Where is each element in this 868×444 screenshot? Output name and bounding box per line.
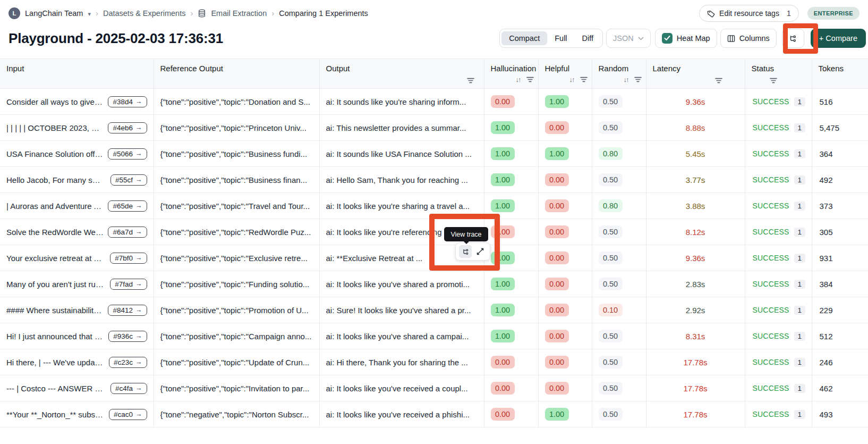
latency-cell[interactable]: 9.36s (646, 245, 745, 271)
status-cell[interactable]: SUCCESS1 (745, 89, 812, 115)
sort-icon[interactable]: ↓↑ (624, 76, 628, 83)
latency-cell[interactable]: 8.88s (646, 115, 745, 141)
view-mode-diff[interactable]: Diff (575, 31, 601, 45)
example-chip[interactable]: #4eb6→ (108, 122, 147, 133)
status-cell[interactable]: SUCCESS1 (745, 219, 812, 245)
helpful-cell[interactable]: 0.00 (538, 375, 592, 401)
filter-icon[interactable] (580, 77, 588, 82)
status-cell[interactable]: SUCCESS1 (745, 245, 812, 271)
breadcrumb-datasets[interactable]: Datasets & Experiments (103, 9, 186, 18)
hallucination-cell[interactable]: 0.00 (484, 349, 538, 375)
status-cell[interactable]: SUCCESS1 (745, 401, 812, 428)
reference-output-cell[interactable]: {"tone":"positive","topic":"Campaign ann… (154, 323, 319, 349)
helpful-cell[interactable]: 0.00 (538, 167, 592, 193)
helpful-cell[interactable]: 1.00 (538, 401, 592, 428)
helpful-cell[interactable]: 0.00 (538, 245, 592, 271)
hallucination-cell[interactable]: 0.00 (484, 89, 538, 115)
latency-cell[interactable]: 3.77s (646, 167, 745, 193)
input-cell[interactable]: #### Where sustainability ...#8412→ (0, 297, 154, 323)
random-cell[interactable]: 0.50 (592, 245, 646, 271)
edit-resource-tags-button[interactable]: Edit resource tags 1 (699, 5, 799, 22)
reference-output-cell[interactable]: {"tone":"positive","topic":"Princeton Un… (154, 115, 319, 141)
table-row[interactable]: Hello Jacob, For many small...#55cf→{"to… (0, 167, 868, 193)
latency-cell[interactable]: 8.31s (646, 323, 745, 349)
breadcrumb-org[interactable]: LangChain Team (25, 9, 83, 18)
table-row[interactable]: Many of you aren't just runn...#7fad→{"t… (0, 271, 868, 297)
reference-output-cell[interactable]: {"tone":"positive","topic":"Promotion of… (154, 297, 319, 323)
hallucination-cell[interactable]: 0.00 (484, 219, 538, 245)
example-chip[interactable]: #65de→ (108, 200, 147, 212)
hallucination-cell[interactable]: 1.00 (484, 141, 538, 167)
input-cell[interactable]: | Auroras and Adventure A...#65de→ (0, 193, 154, 219)
table-row[interactable]: Hi! I just announced that I w...#936c→{"… (0, 323, 868, 349)
example-chip[interactable]: #5066→ (108, 148, 147, 160)
table-row[interactable]: USA Finance Solution offer...#5066→{"ton… (0, 141, 868, 167)
input-cell[interactable]: Hello Jacob, For many small...#55cf→ (0, 167, 154, 193)
table-row[interactable]: #### Where sustainability ...#8412→{"ton… (0, 297, 868, 323)
checkbox-checked-icon[interactable] (662, 33, 673, 44)
columns-button[interactable]: Columns (720, 29, 777, 48)
example-chip[interactable]: #8412→ (108, 305, 147, 316)
helpful-cell[interactable]: 1.00 (538, 141, 592, 167)
example-chip[interactable]: #38d4→ (108, 96, 147, 107)
latency-cell[interactable]: 9.36s (646, 89, 745, 115)
input-cell[interactable]: Your exclusive retreat at Th...#7bf0→ (0, 245, 154, 271)
status-cell[interactable]: SUCCESS1 (745, 271, 812, 297)
random-cell[interactable]: 0.50 (592, 401, 646, 428)
reference-output-cell[interactable]: {"tone":"positive","topic":"Donation and… (154, 89, 319, 115)
breadcrumb-dataset[interactable]: Email Extraction (211, 9, 267, 18)
output-cell[interactable]: ai: Sure! It looks like you've shared a … (319, 297, 484, 323)
latency-cell[interactable]: 17.78s (646, 349, 745, 375)
latency-cell[interactable]: 17.78s (646, 401, 745, 428)
table-row[interactable]: --- | Costco --- ANSWER & ...#c4fa→{"ton… (0, 375, 868, 401)
random-cell[interactable]: 0.50 (592, 219, 646, 245)
reference-output-cell[interactable]: {"tone":"negative","topic":"Norton Subsc… (154, 401, 319, 428)
status-cell[interactable]: SUCCESS1 (745, 323, 812, 349)
random-cell[interactable]: 0.10 (592, 297, 646, 323)
example-chip[interactable]: #6a7d→ (108, 227, 147, 238)
compare-button[interactable]: + Compare (811, 29, 866, 48)
trace-tree-toggle-button[interactable] (782, 29, 804, 48)
latency-cell[interactable]: 3.88s (646, 193, 745, 219)
status-cell[interactable]: SUCCESS1 (745, 193, 812, 219)
random-cell[interactable]: 0.80 (592, 193, 646, 219)
format-select[interactable]: JSON (606, 29, 651, 48)
latency-cell[interactable]: 17.78s (646, 375, 745, 401)
reference-output-cell[interactable]: {"tone":"positive","topic":"Funding solu… (154, 271, 319, 297)
status-cell[interactable]: SUCCESS1 (745, 115, 812, 141)
status-cell[interactable]: SUCCESS1 (745, 167, 812, 193)
hallucination-cell[interactable]: 1.00 (484, 271, 538, 297)
reference-output-cell[interactable]: {"tone":"positive","topic":"Business fin… (154, 167, 319, 193)
reference-output-cell[interactable]: {"tone":"positive","topic":"Invitation t… (154, 375, 319, 401)
view-mode-full[interactable]: Full (547, 31, 574, 45)
output-cell[interactable]: ai: Hello Sam, Thank you for reaching ..… (319, 167, 484, 193)
input-cell[interactable]: Many of you aren't just runn...#7fad→ (0, 271, 154, 297)
example-chip[interactable]: #936c→ (108, 331, 147, 342)
helpful-cell[interactable]: 0.00 (538, 115, 592, 141)
table-row[interactable]: | Auroras and Adventure A...#65de→{"tone… (0, 193, 868, 219)
random-cell[interactable]: 0.50 (592, 349, 646, 375)
helpful-cell[interactable]: 0.00 (538, 323, 592, 349)
example-chip[interactable]: #7fad→ (110, 279, 147, 290)
view-mode-compact[interactable]: Compact (501, 31, 547, 45)
hallucination-cell[interactable]: 1.00 (484, 193, 538, 219)
random-cell[interactable]: 0.50 (592, 271, 646, 297)
status-cell[interactable]: SUCCESS1 (745, 297, 812, 323)
helpful-cell[interactable]: 0.00 (538, 219, 592, 245)
hallucination-cell[interactable]: 0.00 (484, 401, 538, 428)
chevron-down-icon[interactable]: ▾ (88, 11, 91, 18)
helpful-cell[interactable]: 1.00 (538, 89, 592, 115)
view-trace-button[interactable] (459, 245, 472, 258)
hallucination-cell[interactable]: 1.00 (484, 245, 538, 271)
input-cell[interactable]: USA Finance Solution offer...#5066→ (0, 141, 154, 167)
example-chip[interactable]: #cac0→ (109, 409, 147, 420)
table-row[interactable]: Your exclusive retreat at Th...#7bf0→{"t… (0, 245, 868, 271)
table-row[interactable]: **Your **_Norton_** subsc...#cac0→{"tone… (0, 401, 868, 428)
random-cell[interactable]: 0.50 (592, 115, 646, 141)
example-chip[interactable]: #c4fa→ (110, 383, 147, 394)
hallucination-cell[interactable]: 1.00 (484, 167, 538, 193)
filter-icon[interactable] (526, 77, 534, 82)
latency-cell[interactable]: 2.92s (646, 297, 745, 323)
filter-icon[interactable] (634, 77, 642, 82)
output-cell[interactable]: ai: It looks like you've shared a campai… (319, 323, 484, 349)
